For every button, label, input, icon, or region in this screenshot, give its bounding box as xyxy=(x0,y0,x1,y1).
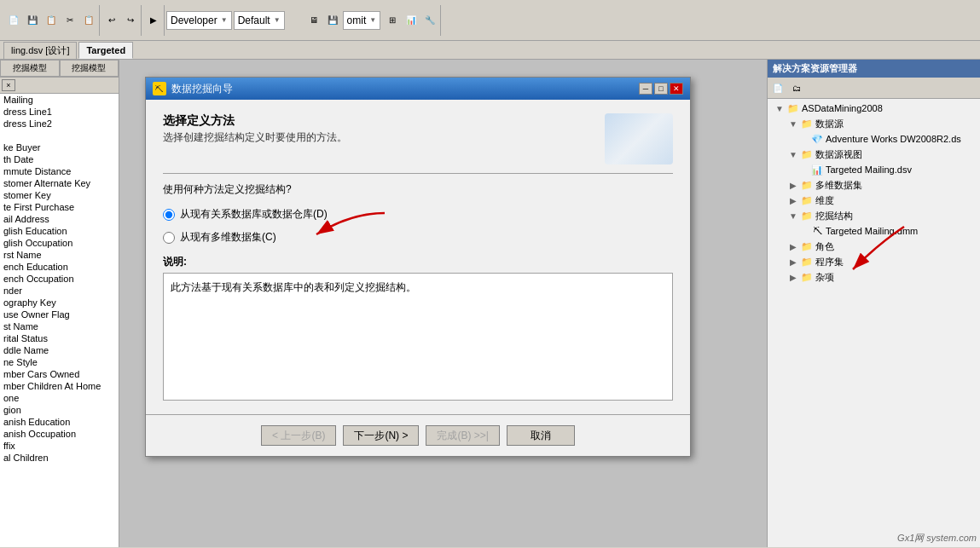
field-house-owner[interactable]: use Owner Flag xyxy=(0,309,119,320)
field-first-purchase[interactable]: te First Purchase xyxy=(0,201,119,213)
field-english-occupation[interactable]: glish Occupation xyxy=(0,237,119,249)
field-marital-status[interactable]: rital Status xyxy=(0,332,119,344)
rsb-btn-2[interactable]: 🗂 xyxy=(788,79,805,96)
tree-root[interactable]: ▼ 📁 ASDataMining2008 xyxy=(769,101,978,116)
icon-datasources: 📁 xyxy=(800,117,814,130)
field-bike-buyer[interactable]: ke Buyer xyxy=(0,141,119,153)
undo-btn[interactable]: ↩ xyxy=(103,12,120,29)
sidebar-close-btn[interactable]: × xyxy=(2,79,15,91)
field-spanish-occupation[interactable]: anish Occupation xyxy=(0,428,119,440)
field-address-line1[interactable]: dress Line1 xyxy=(0,106,119,118)
field-birth-date[interactable]: th Date xyxy=(0,153,119,165)
toolbar-btn-4[interactable]: ✂ xyxy=(61,12,78,29)
field-customer-key[interactable]: stomer Key xyxy=(0,189,119,201)
field-gender[interactable]: nder xyxy=(0,285,119,297)
toolbar-btn-1[interactable]: 📄 xyxy=(5,12,22,29)
tree-misc[interactable]: ▶ 📁 杂项 xyxy=(769,269,978,285)
field-customer-alt-key[interactable]: stomer Alternate Key xyxy=(0,177,119,189)
field-english-education[interactable]: glish Education xyxy=(0,225,119,237)
field-commute-distance[interactable]: mmute Distance xyxy=(0,165,119,177)
tab-targeted-label: Targeted xyxy=(86,45,125,55)
main-toolbar: 📄 💾 📋 ✂ 📋 ↩ ↪ ▶ Developer ▼ Default ▼ 🖥 … xyxy=(0,0,980,41)
radio-input-2[interactable] xyxy=(163,232,175,244)
toolbar-btn-3[interactable]: 📋 xyxy=(43,12,60,29)
minimize-btn[interactable]: ─ xyxy=(639,83,652,95)
tab-mining-model-1[interactable]: 挖掘模型 xyxy=(0,60,60,77)
omit-dropdown[interactable]: omit ▼ xyxy=(343,11,381,30)
tab-mining-model-2[interactable]: 挖掘模型 xyxy=(60,60,119,77)
radio-option-2[interactable]: 从现有多维数据集(C) xyxy=(163,230,673,245)
field-last-name[interactable]: st Name xyxy=(0,320,119,332)
expand-roles: ▶ xyxy=(786,239,800,253)
desc-label: 说明: xyxy=(163,255,673,269)
field-email[interactable]: ail Address xyxy=(0,213,119,225)
field-children-home[interactable]: mber Children At Home xyxy=(0,380,119,392)
close-btn[interactable]: ✕ xyxy=(670,83,683,95)
tree-mining[interactable]: ▼ 📁 挖掘结构 xyxy=(769,208,978,223)
field-french-occupation[interactable]: ench Occupation xyxy=(0,273,119,285)
field-french-education[interactable]: ench Education xyxy=(0,261,119,273)
expand-datasources: ▼ xyxy=(786,117,800,130)
field-suffix[interactable]: ffix xyxy=(0,440,119,452)
field-mailing[interactable]: Mailing xyxy=(0,94,119,106)
toolbar-btn-6[interactable]: ▶ xyxy=(145,12,162,29)
sidebar-toolbar: × xyxy=(0,78,119,94)
field-total-children[interactable]: al Children xyxy=(0,452,119,464)
field-region[interactable]: gion xyxy=(0,404,119,416)
field-first-name[interactable]: rst Name xyxy=(0,249,119,261)
cancel-button[interactable]: 取消 xyxy=(507,425,575,446)
expand-dmm xyxy=(803,224,810,238)
tree-aw-file[interactable]: 💎 Adventure Works DW2008R2.ds xyxy=(769,131,978,147)
maximize-btn[interactable]: □ xyxy=(654,83,668,95)
tree-datasources[interactable]: ▼ 📁 数据源 xyxy=(769,116,978,131)
radio-input-1[interactable] xyxy=(163,209,175,221)
back-button[interactable]: < 上一步(B) xyxy=(261,425,336,446)
finish-button[interactable]: 完成(B) >>| xyxy=(426,425,499,446)
toolbar-btn-7[interactable]: 🖥 xyxy=(305,12,322,29)
default-dropdown[interactable]: Default ▼ xyxy=(234,11,285,30)
toolbar-btn-11[interactable]: 🔧 xyxy=(421,12,438,29)
next-button[interactable]: 下一步(N) > xyxy=(343,425,419,446)
toolbar-btn-2[interactable]: 💾 xyxy=(24,12,41,29)
label-aw: Adventure Works DW2008R2.ds xyxy=(826,134,961,144)
toolbar-btn-8[interactable]: 💾 xyxy=(324,12,341,29)
field-cars-owned[interactable]: mber Cars Owned xyxy=(0,368,119,380)
field-middle-name[interactable]: ddle Name xyxy=(0,344,119,356)
wizard-title: 选择定义方法 xyxy=(163,113,347,129)
radio-option-1[interactable]: 从现有关系数据库或数据仓库(D) xyxy=(163,207,673,222)
tree-cubes[interactable]: ▶ 📁 多维数据集 xyxy=(769,177,978,193)
label-misc: 杂项 xyxy=(815,271,834,284)
toolbar-btn-5[interactable]: 📋 xyxy=(80,12,97,29)
field-address-line2[interactable]: dress Line2 xyxy=(0,118,119,130)
label-datasources: 数据源 xyxy=(815,118,844,130)
dialog-icon: ⛏ xyxy=(153,82,166,95)
redo-btn[interactable]: ↪ xyxy=(122,12,139,29)
tree-dmm-file[interactable]: ⛏ Targeted Mailing.dmm xyxy=(769,223,978,239)
tab-targeted[interactable]: Targeted xyxy=(78,42,133,59)
desc-box: 此方法基于现有关系数据库中的表和列定义挖掘结构。 xyxy=(163,273,673,401)
label-mining: 挖掘结构 xyxy=(815,210,853,222)
developer-arrow: ▼ xyxy=(221,16,228,24)
expand-assemblies: ▶ xyxy=(786,255,800,268)
tab-strip: ling.dsv [设计] Targeted xyxy=(0,41,980,60)
icon-mining: 📁 xyxy=(800,209,814,222)
toolbar-section-2: ↩ ↪ xyxy=(101,5,142,36)
tree-assemblies[interactable]: ▶ 📁 程序集 xyxy=(769,254,978,269)
developer-dropdown[interactable]: Developer ▼ xyxy=(166,11,232,30)
field-spanish-education[interactable]: anish Education xyxy=(0,416,119,428)
tree-dsv-file[interactable]: 📊 Targeted Mailing.dsv xyxy=(769,162,978,177)
toolbar-btn-10[interactable]: 📊 xyxy=(403,12,420,29)
toolbar-btn-9[interactable]: ⊞ xyxy=(384,12,401,29)
field-phone[interactable]: one xyxy=(0,392,119,404)
field-name-style[interactable]: ne Style xyxy=(0,356,119,368)
wizard-subtitle: 选择创建挖掘结构定义时要使用的方法。 xyxy=(163,130,347,145)
tree-dsv[interactable]: ▼ 📁 数据源视图 xyxy=(769,147,978,162)
rsb-btn-1[interactable]: 📄 xyxy=(769,79,786,96)
tree-roles[interactable]: ▶ 📁 角色 xyxy=(769,239,978,254)
tree-dimensions[interactable]: ▶ 📁 维度 xyxy=(769,193,978,208)
right-sidebar: 解决方案资源管理器 📄 🗂 ▼ 📁 ASDataMining2008 ▼ 📁 数 xyxy=(767,60,980,547)
label-assemblies: 程序集 xyxy=(815,256,844,268)
field-geography-key[interactable]: ography Key xyxy=(0,297,119,309)
label-cubes: 多维数据集 xyxy=(815,179,862,192)
tab-dsv[interactable]: ling.dsv [设计] xyxy=(3,42,77,59)
